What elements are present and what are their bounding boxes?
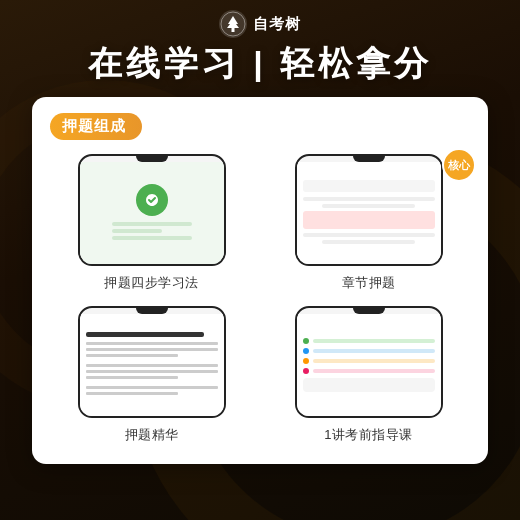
phone-frame-4 — [295, 306, 443, 418]
main-card: 押题组成 — [32, 97, 488, 464]
main-title: 在线学习 | 轻松拿分 — [88, 44, 432, 83]
screen-content-4 — [297, 314, 441, 416]
logo-area: 自考树 — [219, 10, 301, 38]
core-badge: 核心 — [442, 148, 476, 182]
page-wrapper: 自考树 在线学习 | 轻松拿分 押题组成 — [0, 0, 520, 520]
phone-item-2: 核心 章节押题 — [267, 154, 470, 292]
phones-grid: 押题四步学习法 核心 章节押题 — [50, 154, 470, 444]
phone-label-4: 1讲考前指导课 — [324, 426, 413, 444]
phone-item-1: 押题四步学习法 — [50, 154, 253, 292]
section-tag: 押题组成 — [50, 113, 142, 140]
phone-label-3: 押题精华 — [125, 426, 179, 444]
screen-content-2 — [297, 162, 441, 264]
screen-content-3 — [80, 314, 224, 416]
logo-text: 自考树 — [253, 15, 301, 34]
phone-frame-1 — [78, 154, 226, 266]
phone-item-3: 押题精华 — [50, 306, 253, 444]
phone-frame-3 — [78, 306, 226, 418]
section-tag-text: 押题组成 — [62, 117, 126, 136]
screen1-circle-icon — [136, 184, 168, 216]
screen-content-1 — [80, 162, 224, 264]
logo-icon — [219, 10, 247, 38]
phone-label-1: 押题四步学习法 — [104, 274, 199, 292]
phone-item-4: 1讲考前指导课 — [267, 306, 470, 444]
phone-label-2: 章节押题 — [342, 274, 396, 292]
phone-frame-2 — [295, 154, 443, 266]
svg-rect-4 — [232, 28, 235, 32]
header: 自考树 在线学习 | 轻松拿分 — [0, 0, 520, 97]
